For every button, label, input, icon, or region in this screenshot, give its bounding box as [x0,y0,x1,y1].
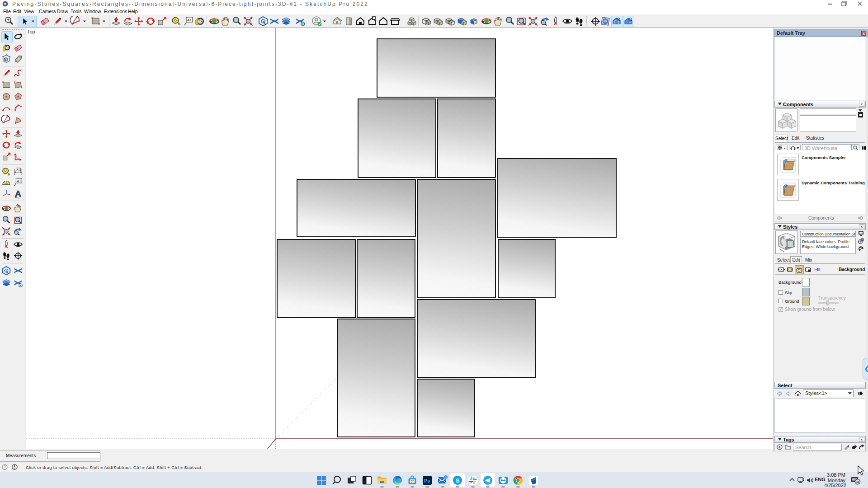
svg-text:1: 1 [445,476,447,479]
svg-text:?: ? [4,465,6,469]
svg-text:S: S [456,477,460,484]
svg-text:A1: A1 [187,18,192,22]
svg-text:11: 11 [856,480,860,484]
svg-text:Ps: Ps [424,478,430,483]
svg-text:A1: A1 [17,179,21,183]
svg-text:A1: A1 [17,168,20,171]
